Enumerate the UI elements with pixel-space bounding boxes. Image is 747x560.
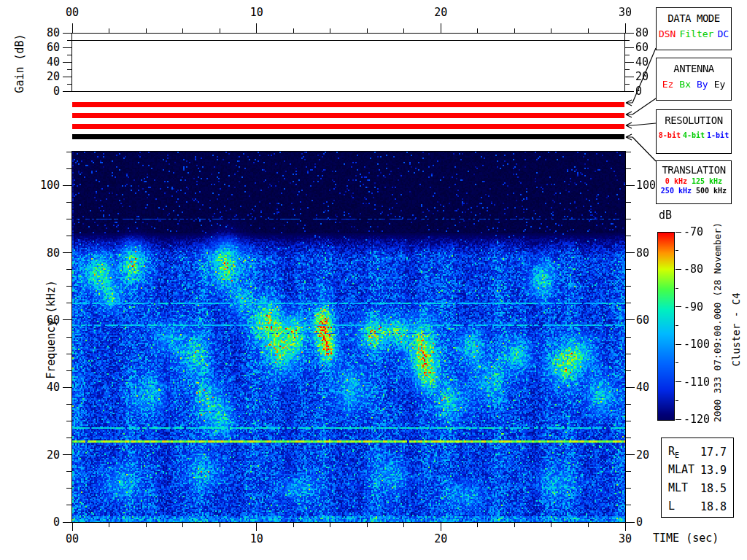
- tick-label: 20: [434, 7, 447, 18]
- tick-mark: [66, 269, 71, 270]
- option-500khz: 500 kHz: [696, 187, 727, 195]
- tick-label: 20: [636, 449, 649, 460]
- tick-label: -90: [684, 301, 703, 312]
- tick-mark: [625, 523, 626, 531]
- tick-label: 40: [47, 382, 60, 393]
- tick-mark: [66, 354, 71, 354]
- tick-mark: [626, 303, 631, 303]
- tick-mark: [220, 523, 220, 527]
- tick-mark: [220, 28, 220, 33]
- tick-mark: [588, 28, 589, 33]
- tick-mark: [477, 523, 478, 527]
- gain-axis-title: Gain (dB): [15, 34, 26, 93]
- tick-mark: [66, 404, 71, 405]
- tick-label: -110: [684, 376, 710, 387]
- spectrogram-panel: [71, 151, 626, 523]
- tick-label: 100: [636, 180, 656, 191]
- tick-mark: [66, 488, 71, 489]
- option-ez: Ez: [662, 79, 674, 89]
- tick-mark: [676, 306, 681, 307]
- tick-mark: [676, 232, 681, 233]
- tick-mark: [626, 219, 631, 219]
- tick-label: 40: [47, 57, 60, 68]
- tick-mark: [63, 62, 71, 63]
- option-250khz: 250 kHz: [661, 187, 692, 195]
- tick-mark: [67, 69, 71, 70]
- ephemeris-label-re: RE: [668, 446, 679, 459]
- tick-label: 0: [53, 86, 60, 97]
- tick-label: 20: [47, 71, 60, 82]
- tick-mark: [626, 488, 631, 489]
- tick-mark: [66, 438, 71, 438]
- tick-mark: [67, 40, 71, 41]
- timestamp-vertical-label: 2000 333 07:09:00.000 (28 November): [713, 222, 722, 422]
- gain-panel: [71, 33, 625, 92]
- ephemeris-label-l: L: [668, 501, 675, 514]
- spacecraft-vertical-label: Cluster - C4: [731, 292, 741, 366]
- tick-mark: [626, 152, 631, 152]
- option-125khz: 125 kHz: [692, 178, 722, 185]
- tick-mark: [626, 522, 635, 523]
- legend-title-antenna: ANTENNA: [657, 63, 731, 74]
- tick-mark: [626, 286, 631, 287]
- tick-mark: [625, 84, 630, 85]
- tick-mark: [625, 23, 626, 33]
- tick-mark: [63, 33, 71, 34]
- colorbar-canvas: [658, 233, 674, 420]
- tick-label: 60: [47, 314, 60, 325]
- option-filter: Filter: [679, 29, 713, 39]
- tick-mark: [146, 523, 147, 527]
- tick-mark: [676, 269, 681, 270]
- arrow-antenna: [626, 98, 656, 117]
- tick-mark: [67, 55, 71, 55]
- tick-label: 30: [619, 7, 632, 18]
- arrow-translation: [626, 134, 656, 161]
- status-bar-resolution: [72, 124, 624, 129]
- tick-mark: [551, 523, 551, 527]
- legend-title-data-mode: DATA MODE: [657, 13, 731, 23]
- tick-label: 60: [635, 42, 649, 53]
- tick-mark: [63, 387, 71, 388]
- tick-mark: [626, 202, 631, 203]
- time-axis-title: TIME (sec): [653, 533, 719, 544]
- tick-mark: [367, 28, 368, 33]
- tick-label: 10: [250, 534, 263, 545]
- tick-mark: [626, 471, 631, 472]
- legend-box-antenna: ANTENNA Ez Bx By Ey: [656, 58, 732, 101]
- frequency-axis-title: Frequency (kHz): [46, 280, 57, 378]
- tick-label: 10: [250, 7, 263, 18]
- status-bar-translation: [72, 134, 624, 139]
- ephemeris-row-re: RE 17.7: [668, 443, 727, 462]
- ephemeris-value-re: 17.7: [700, 447, 727, 458]
- tick-mark: [66, 219, 71, 219]
- tick-mark: [293, 523, 294, 527]
- option-dc: DC: [717, 29, 729, 39]
- tick-mark: [63, 77, 71, 77]
- spectrogram-canvas: [72, 152, 625, 522]
- tick-label: 20: [434, 534, 447, 545]
- tick-mark: [626, 505, 631, 505]
- tick-mark: [514, 523, 515, 527]
- option-by: By: [697, 79, 708, 89]
- ephemeris-value-mlt: 18.5: [700, 483, 727, 494]
- tick-mark: [441, 23, 441, 33]
- tick-mark: [109, 28, 109, 33]
- wbd-spectrogram-screen: Gain (dB) Frequency (kHz) DATA MODE DSN …: [0, 0, 747, 560]
- legend-title-resolution: RESOLUTION: [657, 115, 731, 125]
- tick-mark: [676, 362, 678, 363]
- tick-mark: [66, 337, 71, 338]
- tick-mark: [676, 400, 678, 401]
- tick-mark: [676, 419, 681, 420]
- status-bar-data-mode: [72, 102, 624, 107]
- tick-label: 40: [636, 382, 649, 393]
- tick-mark: [367, 523, 368, 527]
- tick-mark: [441, 523, 441, 531]
- tick-mark: [182, 523, 183, 527]
- tick-mark: [626, 269, 631, 270]
- tick-mark: [588, 523, 589, 527]
- tick-mark: [626, 454, 635, 455]
- tick-label: 80: [635, 28, 649, 39]
- tick-mark: [625, 33, 634, 34]
- ephemeris-value-l: 18.8: [700, 502, 727, 513]
- tick-mark: [66, 303, 71, 303]
